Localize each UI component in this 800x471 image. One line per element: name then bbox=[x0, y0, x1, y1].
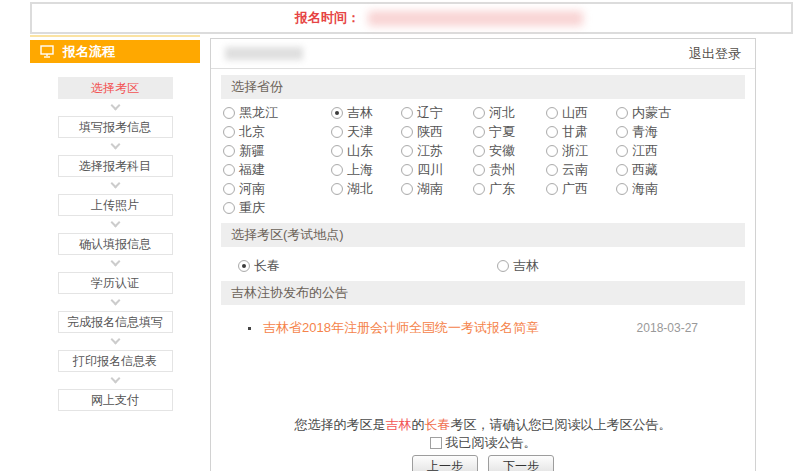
province-option[interactable]: 湖南 bbox=[401, 180, 473, 198]
next-step-button[interactable]: 下一步 bbox=[488, 455, 554, 471]
radio-icon[interactable] bbox=[401, 145, 413, 157]
radio-icon[interactable] bbox=[616, 164, 628, 176]
radio-icon[interactable] bbox=[616, 107, 628, 119]
process-step: 学历认证 bbox=[30, 272, 200, 311]
exam-area-section-header: 选择考区(考试地点) bbox=[221, 223, 745, 247]
province-option[interactable]: 山东 bbox=[331, 142, 401, 160]
radio-icon[interactable] bbox=[616, 126, 628, 138]
chevron-down-icon bbox=[110, 179, 120, 189]
step-separator bbox=[30, 216, 200, 233]
province-option-label: 海南 bbox=[632, 180, 658, 198]
step-separator bbox=[30, 294, 200, 311]
announcement-list: 吉林省2018年注册会计师全国统一考试报名简章 2018-03-27 bbox=[211, 305, 755, 417]
province-option-label: 北京 bbox=[239, 123, 265, 141]
radio-icon[interactable] bbox=[473, 126, 485, 138]
read-announcement-checkbox[interactable] bbox=[430, 437, 442, 449]
radio-icon[interactable] bbox=[223, 183, 235, 195]
radio-icon[interactable] bbox=[473, 183, 485, 195]
radio-icon[interactable] bbox=[546, 107, 558, 119]
province-option-label: 浙江 bbox=[562, 142, 588, 160]
province-option[interactable]: 宁夏 bbox=[473, 123, 546, 141]
province-option-label: 天津 bbox=[347, 123, 373, 141]
province-option[interactable]: 江苏 bbox=[401, 142, 473, 160]
radio-icon[interactable] bbox=[546, 183, 558, 195]
radio-icon[interactable] bbox=[473, 145, 485, 157]
province-option[interactable]: 天津 bbox=[331, 123, 401, 141]
radio-icon[interactable] bbox=[401, 126, 413, 138]
province-option-label: 辽宁 bbox=[417, 104, 443, 122]
exam-area-option[interactable]: 吉林 bbox=[497, 257, 539, 275]
logout-link[interactable]: 退出登录 bbox=[689, 45, 741, 63]
confirm-text-mid: 的 bbox=[412, 417, 425, 432]
province-option[interactable]: 湖北 bbox=[331, 180, 401, 198]
province-option[interactable]: 陕西 bbox=[401, 123, 473, 141]
province-option-label: 西藏 bbox=[632, 161, 658, 179]
province-option[interactable]: 江西 bbox=[616, 142, 755, 160]
radio-icon[interactable] bbox=[546, 126, 558, 138]
province-option[interactable]: 四川 bbox=[401, 161, 473, 179]
province-option[interactable]: 河北 bbox=[473, 104, 546, 122]
radio-icon[interactable] bbox=[331, 126, 343, 138]
province-option[interactable]: 黑龙江 bbox=[223, 104, 331, 122]
radio-icon[interactable] bbox=[223, 202, 235, 214]
radio-icon[interactable] bbox=[616, 183, 628, 195]
radio-icon[interactable] bbox=[223, 126, 235, 138]
radio-icon[interactable] bbox=[473, 107, 485, 119]
province-option[interactable]: 贵州 bbox=[473, 161, 546, 179]
province-option[interactable]: 云南 bbox=[546, 161, 616, 179]
process-step-label: 完成报名信息填写 bbox=[58, 311, 173, 333]
radio-icon[interactable] bbox=[238, 260, 250, 272]
previous-step-button[interactable]: 上一步 bbox=[412, 455, 478, 471]
province-option[interactable]: 广西 bbox=[546, 180, 616, 198]
province-option-label: 安徽 bbox=[489, 142, 515, 160]
province-option[interactable]: 广东 bbox=[473, 180, 546, 198]
province-option[interactable]: 北京 bbox=[223, 123, 331, 141]
radio-icon[interactable] bbox=[223, 164, 235, 176]
radio-icon[interactable] bbox=[331, 145, 343, 157]
confirm-text-after: 考区，请确认您已阅读以上考区公告。 bbox=[451, 417, 672, 432]
province-option-label: 陕西 bbox=[417, 123, 443, 141]
province-section-header: 选择省份 bbox=[221, 75, 745, 99]
bullet-icon bbox=[248, 327, 251, 330]
radio-icon[interactable] bbox=[223, 107, 235, 119]
announcement-link[interactable]: 吉林省2018年注册会计师全国统一考试报名简章 bbox=[263, 319, 539, 337]
read-announcement-row[interactable]: 我已阅读公告。 bbox=[211, 435, 755, 450]
province-option-label: 湖北 bbox=[347, 180, 373, 198]
province-option[interactable]: 青海 bbox=[616, 123, 755, 141]
radio-icon[interactable] bbox=[546, 164, 558, 176]
radio-icon[interactable] bbox=[223, 145, 235, 157]
radio-icon[interactable] bbox=[616, 145, 628, 157]
province-option-label: 贵州 bbox=[489, 161, 515, 179]
province-option-label: 甘肃 bbox=[562, 123, 588, 141]
radio-icon[interactable] bbox=[546, 145, 558, 157]
province-option[interactable]: 上海 bbox=[331, 161, 401, 179]
exam-area-option-label: 长春 bbox=[254, 257, 280, 275]
process-step: 选择报考科目 bbox=[30, 155, 200, 194]
province-option[interactable]: 重庆 bbox=[223, 199, 331, 217]
province-option[interactable]: 新疆 bbox=[223, 142, 331, 160]
radio-icon[interactable] bbox=[331, 164, 343, 176]
radio-icon[interactable] bbox=[401, 107, 413, 119]
radio-icon[interactable] bbox=[331, 183, 343, 195]
radio-icon[interactable] bbox=[331, 107, 343, 119]
radio-icon[interactable] bbox=[401, 183, 413, 195]
province-option[interactable]: 吉林 bbox=[331, 104, 401, 122]
radio-icon[interactable] bbox=[401, 164, 413, 176]
province-option[interactable]: 辽宁 bbox=[401, 104, 473, 122]
province-option[interactable]: 福建 bbox=[223, 161, 331, 179]
province-option[interactable]: 甘肃 bbox=[546, 123, 616, 141]
province-option[interactable]: 山西 bbox=[546, 104, 616, 122]
radio-icon[interactable] bbox=[497, 260, 509, 272]
province-option[interactable]: 河南 bbox=[223, 180, 331, 198]
process-step-label: 网上支付 bbox=[58, 389, 173, 411]
province-option[interactable]: 浙江 bbox=[546, 142, 616, 160]
step-separator bbox=[30, 99, 200, 116]
province-option[interactable]: 安徽 bbox=[473, 142, 546, 160]
province-option[interactable]: 西藏 bbox=[616, 161, 755, 179]
exam-area-option[interactable]: 长春 bbox=[238, 257, 280, 275]
exam-area-option-label: 吉林 bbox=[513, 257, 539, 275]
province-option[interactable]: 海南 bbox=[616, 180, 755, 198]
process-step-label: 填写报考信息 bbox=[58, 116, 173, 138]
radio-icon[interactable] bbox=[473, 164, 485, 176]
province-option[interactable]: 内蒙古 bbox=[616, 104, 755, 122]
